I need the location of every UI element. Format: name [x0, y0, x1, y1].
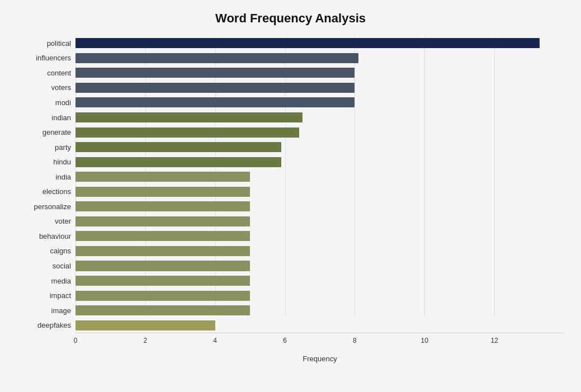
bar-row — [75, 288, 564, 303]
y-label: political — [17, 40, 75, 47]
bar — [75, 216, 250, 226]
bar — [75, 38, 540, 48]
x-tick: 10 — [421, 337, 428, 344]
chart-title: Word Frequency Analysis — [17, 11, 564, 26]
bar — [75, 68, 355, 78]
y-label: deepfakes — [17, 322, 75, 329]
bar-row — [75, 258, 564, 273]
bar-row — [75, 65, 564, 81]
x-tick: 12 — [490, 337, 498, 344]
y-label: content — [17, 69, 75, 77]
bar-row — [75, 110, 564, 125]
bar — [75, 112, 303, 122]
bar — [75, 127, 299, 138]
x-tick: 6 — [283, 337, 287, 344]
y-label: elections — [17, 188, 75, 195]
y-label: impact — [17, 292, 75, 299]
bar — [75, 201, 250, 211]
y-label: caigns — [17, 247, 75, 254]
x-axis-label: Frequency — [75, 355, 564, 363]
y-label: party — [17, 144, 75, 151]
plot-area: Frequency 024681012 — [75, 36, 564, 350]
y-label: social — [17, 262, 75, 270]
y-label: hindu — [17, 158, 75, 166]
bar-row — [75, 169, 564, 185]
bar — [75, 157, 281, 167]
y-label: behaviour — [17, 233, 75, 240]
chart-container: Word Frequency Analysis politicalinfluen… — [0, 0, 581, 392]
bar — [75, 305, 250, 315]
bar-row — [75, 154, 564, 169]
y-label: personalize — [17, 203, 75, 210]
y-label: generate — [17, 129, 75, 136]
bar-row — [75, 51, 564, 66]
y-label: indian — [17, 114, 75, 121]
chart-area: politicalinfluencerscontentvotersmodiind… — [17, 36, 564, 350]
y-label: voter — [17, 218, 75, 225]
x-tick: 4 — [213, 337, 217, 344]
y-labels: politicalinfluencerscontentvotersmodiind… — [17, 36, 75, 350]
x-tick: 8 — [353, 337, 357, 344]
y-label: image — [17, 307, 75, 314]
x-tick: 2 — [144, 337, 148, 344]
bar — [75, 53, 358, 63]
y-label: modi — [17, 99, 75, 106]
y-label: india — [17, 173, 75, 181]
bar-row — [75, 140, 564, 155]
bar — [75, 83, 355, 93]
bar — [75, 142, 281, 152]
x-axis: Frequency 024681012 — [75, 333, 564, 350]
bar-row — [75, 273, 564, 289]
bar — [75, 246, 250, 256]
bar-row — [75, 36, 564, 51]
bar-row — [75, 199, 564, 214]
bar-row — [75, 214, 564, 229]
bar-row — [75, 244, 564, 259]
bars-container — [75, 36, 564, 333]
bar-row — [75, 184, 564, 199]
bar — [75, 261, 250, 271]
y-label: voters — [17, 84, 75, 91]
bar — [75, 291, 250, 301]
bar-row — [75, 95, 564, 110]
bar-row — [75, 318, 564, 333]
bar — [75, 187, 250, 197]
bar — [75, 172, 250, 182]
bar-row — [75, 303, 564, 318]
y-label: influencers — [17, 54, 75, 62]
bar-row — [75, 81, 564, 96]
y-label: media — [17, 277, 75, 285]
bar-row — [75, 229, 564, 244]
bar — [75, 231, 250, 241]
bar — [75, 276, 250, 286]
bar — [75, 320, 215, 330]
bar-row — [75, 125, 564, 140]
x-tick: 0 — [74, 337, 78, 344]
bar — [75, 97, 355, 107]
